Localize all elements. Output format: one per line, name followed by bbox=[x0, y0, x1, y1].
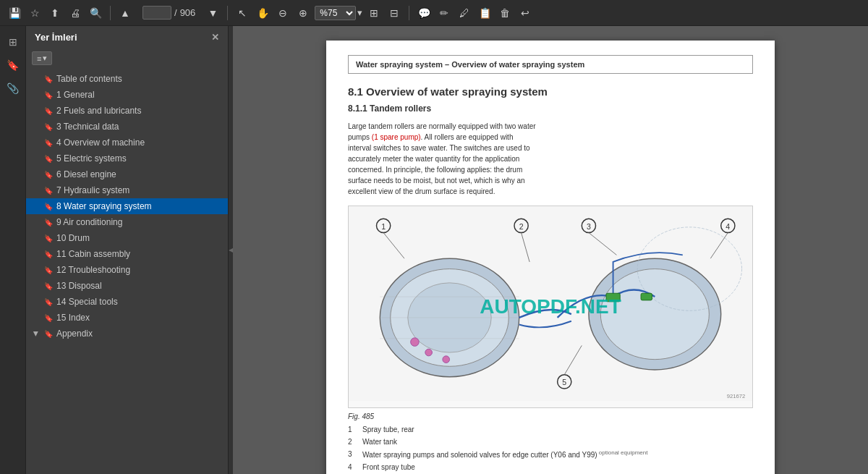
icon-strip: ⊞ 🔖 📎 bbox=[0, 26, 26, 474]
bookmark-item-13[interactable]: ▶🔖13 Disposal bbox=[26, 278, 228, 294]
bookmark-label-14: 14 Special tools bbox=[56, 297, 222, 307]
bookmarks-header: Yer İmleri ✕ bbox=[26, 26, 228, 48]
legend-item-2: 2Water tank bbox=[348, 436, 753, 448]
layers-icon[interactable]: ⊞ bbox=[3, 32, 23, 52]
bookmark-label-2: 2 Fuels and lubricants bbox=[56, 106, 222, 116]
delete-icon[interactable]: 🗑 bbox=[496, 4, 514, 22]
bookmark-icon-9: 🔖 bbox=[43, 217, 54, 227]
bookmark-icon[interactable]: ☆ bbox=[26, 4, 43, 22]
zoom-out-icon[interactable]: 🔍 bbox=[87, 4, 104, 22]
filter-button[interactable]: ≡ ▾ bbox=[32, 51, 52, 65]
bookmark-label-7: 7 Hydraulic system bbox=[56, 185, 222, 195]
bookmark-item-15[interactable]: ▶🔖15 Index bbox=[26, 310, 228, 326]
pdf-header-bar: Water spraying system – Overview of wate… bbox=[348, 55, 753, 74]
bookmark-icon-5: 🔖 bbox=[43, 153, 54, 164]
fit-page-icon[interactable]: ⊞ bbox=[365, 4, 383, 22]
bookmark-icon-13: 🔖 bbox=[43, 281, 54, 291]
undo-icon[interactable]: ↩ bbox=[516, 4, 534, 22]
bookmark-label-4: 4 Overview of machine bbox=[56, 137, 222, 148]
close-panel-icon[interactable]: ✕ bbox=[211, 32, 219, 43]
sep3 bbox=[409, 6, 409, 20]
legend-num-1: 1 bbox=[348, 423, 357, 436]
legend-text-2: Water tank bbox=[362, 436, 397, 448]
legend-num-2: 2 bbox=[348, 436, 357, 448]
bookmark-item-3[interactable]: ▶🔖3 Technical data bbox=[26, 119, 228, 135]
bookmark-label-app: Appendix bbox=[56, 329, 222, 339]
pdf-header-text: Water spraying system – Overview of wate… bbox=[356, 60, 584, 69]
bookmark-icon-app: 🔖 bbox=[43, 329, 54, 339]
bookmark-item-5[interactable]: ▶🔖5 Electric systems bbox=[26, 151, 228, 166]
bookmark-icon-12: 🔖 bbox=[43, 265, 54, 275]
bookmark-icon-6: 🔖 bbox=[43, 169, 54, 179]
sep1 bbox=[110, 6, 111, 20]
svg-point-17 bbox=[443, 356, 450, 363]
bookmarks-panel: Yer İmleri ✕ ≡ ▾ ▶🔖Table of contents▶🔖1 … bbox=[26, 26, 229, 474]
bookmark-item-9[interactable]: ▶🔖9 Air conditioning bbox=[26, 214, 228, 230]
pdf-area[interactable]: Water spraying system – Overview of wate… bbox=[233, 26, 868, 474]
bookmark-label-11: 11 Cabin assembly bbox=[56, 249, 222, 259]
bookmark-item-toc[interactable]: ▶🔖Table of contents bbox=[26, 71, 228, 87]
bookmarks-list: ▶🔖Table of contents▶🔖1 General▶🔖2 Fuels … bbox=[26, 71, 228, 474]
bookmark-item-6[interactable]: ▶🔖6 Diesel engine bbox=[26, 166, 228, 182]
pdf-content-area: Large tandem rollers are normally equipp… bbox=[348, 121, 753, 197]
bookmark-item-11[interactable]: ▶🔖11 Cabin assembly bbox=[26, 246, 228, 262]
navigate-down-icon[interactable]: ▼ bbox=[204, 4, 221, 22]
bookmark-item-app[interactable]: ▶🔖Appendix bbox=[26, 326, 228, 342]
fig-label: Fig. 485 bbox=[348, 412, 753, 420]
filter-icon: ≡ bbox=[37, 54, 41, 63]
bookmark-item-4[interactable]: ▶🔖4 Overview of machine bbox=[26, 135, 228, 151]
bookmark-icon-3: 🔖 bbox=[43, 122, 54, 132]
svg-point-15 bbox=[411, 338, 420, 347]
legend-num-3: 3 bbox=[348, 448, 357, 461]
bookmark-label-6: 6 Diesel engine bbox=[56, 169, 222, 179]
bookmark-item-14[interactable]: ▶🔖14 Special tools bbox=[26, 294, 228, 310]
print-icon[interactable]: 🖨 bbox=[67, 4, 84, 22]
zoom-select[interactable]: %75 50% 100% 150% bbox=[315, 6, 356, 20]
pdf-description: Large tandem rollers are normally equipp… bbox=[348, 121, 536, 197]
upload-icon[interactable]: ⬆ bbox=[46, 4, 64, 22]
save-icon[interactable]: 💾 bbox=[6, 4, 23, 22]
filter-dropdown-icon: ▾ bbox=[43, 54, 47, 63]
svg-text:921672: 921672 bbox=[727, 393, 746, 399]
hand-icon[interactable]: ✋ bbox=[254, 4, 271, 22]
bookmark-label-15: 15 Index bbox=[56, 313, 222, 323]
bookmark-label-toc: Table of contents bbox=[56, 74, 222, 84]
legend-item-3: 3Water spraying pumps and solenoid valve… bbox=[348, 448, 753, 461]
stamp-icon[interactable]: 📋 bbox=[476, 4, 493, 22]
draw-icon[interactable]: 🖊 bbox=[456, 4, 473, 22]
bookmark-label-13: 13 Disposal bbox=[56, 281, 222, 291]
bookmark-item-10[interactable]: ▶🔖10 Drum bbox=[26, 230, 228, 246]
navigate-up-icon[interactable]: ▲ bbox=[116, 4, 134, 22]
pdf-section-title: 8.1 Overview of water spraying system bbox=[348, 85, 753, 98]
bookmark-item-12[interactable]: ▶🔖12 Troubleshooting bbox=[26, 262, 228, 278]
bookmarks-header-left: Yer İmleri bbox=[35, 32, 77, 43]
legend-text-1: Spray tube, rear bbox=[362, 423, 414, 436]
page-total: 906 bbox=[180, 7, 196, 18]
bookmark-label-1: 1 General bbox=[56, 90, 222, 100]
zoom-in-circle-icon[interactable]: ⊕ bbox=[294, 4, 312, 22]
bookmark-item-2[interactable]: ▶🔖2 Fuels and lubricants bbox=[26, 103, 228, 119]
bookmark-icon-2: 🔖 bbox=[43, 106, 54, 116]
fit-width-icon[interactable]: ⊟ bbox=[386, 4, 403, 22]
bookmark-item-1[interactable]: ▶🔖1 General bbox=[26, 87, 228, 103]
bookmarks-panel-icon[interactable]: 🔖 bbox=[3, 55, 23, 75]
highlighted-text: (1 spare pump) bbox=[372, 133, 421, 141]
bookmark-icon-7: 🔖 bbox=[43, 185, 54, 195]
page-input[interactable]: 382 bbox=[142, 6, 171, 20]
svg-point-16 bbox=[425, 349, 433, 356]
pdf-page: Water spraying system – Overview of wate… bbox=[326, 41, 775, 474]
pdf-illustration: AUTOPDF.NET 1 2 3 4 bbox=[348, 206, 753, 408]
bookmark-icon-10: 🔖 bbox=[43, 233, 54, 243]
bookmark-icon-15: 🔖 bbox=[43, 313, 54, 323]
svg-point-19 bbox=[600, 269, 709, 360]
cursor-icon[interactable]: ↖ bbox=[234, 4, 251, 22]
toolbar: 💾 ☆ ⬆ 🖨 🔍 ▲ 382 / 906 ▼ ↖ ✋ ⊖ ⊕ %75 50% … bbox=[0, 0, 868, 26]
bookmark-item-7[interactable]: ▶🔖7 Hydraulic system bbox=[26, 182, 228, 198]
bookmarks-toolbar: ≡ ▾ bbox=[26, 48, 228, 71]
highlight-icon[interactable]: ✏ bbox=[435, 4, 453, 22]
attachment-icon[interactable]: 📎 bbox=[3, 78, 23, 98]
bookmark-item-8[interactable]: ▶🔖8 Water spraying system bbox=[26, 198, 228, 214]
comment-icon[interactable]: 💬 bbox=[415, 4, 433, 22]
bookmark-icon-toc: 🔖 bbox=[43, 74, 54, 84]
zoom-out-circle-icon[interactable]: ⊖ bbox=[274, 4, 292, 22]
